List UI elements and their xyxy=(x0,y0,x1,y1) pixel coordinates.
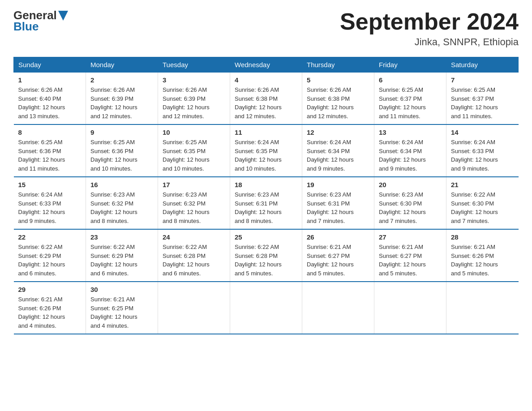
title-block: September 2024 Jinka, SNNPR, Ethiopia xyxy=(340,9,519,48)
day-number: 22 xyxy=(18,233,82,241)
day-info: Sunrise: 6:22 AMSunset: 6:29 PMDaylight:… xyxy=(18,243,82,278)
header-wednesday: Wednesday xyxy=(230,57,302,73)
table-row: 13 Sunrise: 6:24 AMSunset: 6:34 PMDaylig… xyxy=(374,124,446,177)
day-number: 26 xyxy=(307,233,369,241)
day-number: 25 xyxy=(235,233,297,241)
day-info: Sunrise: 6:24 AMSunset: 6:35 PMDaylight:… xyxy=(235,138,297,173)
calendar-subtitle: Jinka, SNNPR, Ethiopia xyxy=(340,36,519,48)
day-number: 24 xyxy=(163,233,225,241)
day-info: Sunrise: 6:26 AMSunset: 6:38 PMDaylight:… xyxy=(235,86,297,120)
day-number: 8 xyxy=(18,128,82,136)
table-row: 5 Sunrise: 6:26 AMSunset: 6:38 PMDayligh… xyxy=(302,73,374,125)
calendar-title: September 2024 xyxy=(340,9,519,34)
day-info: Sunrise: 6:22 AMSunset: 6:30 PMDaylight:… xyxy=(451,190,514,225)
day-number: 6 xyxy=(379,76,442,84)
day-info: Sunrise: 6:26 AMSunset: 6:39 PMDaylight:… xyxy=(90,86,153,120)
day-number: 13 xyxy=(379,128,442,136)
table-row: 14 Sunrise: 6:24 AMSunset: 6:33 PMDaylig… xyxy=(446,124,519,177)
header-tuesday: Tuesday xyxy=(158,57,230,73)
day-number: 30 xyxy=(90,286,153,293)
day-info: Sunrise: 6:23 AMSunset: 6:30 PMDaylight:… xyxy=(379,190,442,225)
header-saturday: Saturday xyxy=(446,57,519,73)
header-sunday: Sunday xyxy=(14,57,86,73)
day-info: Sunrise: 6:24 AMSunset: 6:34 PMDaylight:… xyxy=(307,138,369,173)
logo-triangle-icon xyxy=(58,11,68,21)
day-info: Sunrise: 6:23 AMSunset: 6:31 PMDaylight:… xyxy=(307,190,369,225)
day-info: Sunrise: 6:25 AMSunset: 6:37 PMDaylight:… xyxy=(451,86,514,120)
calendar-week-row: 22 Sunrise: 6:22 AMSunset: 6:29 PMDaylig… xyxy=(14,229,519,282)
day-number: 11 xyxy=(235,128,297,136)
day-info: Sunrise: 6:24 AMSunset: 6:34 PMDaylight:… xyxy=(379,138,442,173)
calendar-week-row: 1 Sunrise: 6:26 AMSunset: 6:40 PMDayligh… xyxy=(14,73,519,125)
day-info: Sunrise: 6:25 AMSunset: 6:36 PMDaylight:… xyxy=(18,138,82,173)
day-info: Sunrise: 6:22 AMSunset: 6:28 PMDaylight:… xyxy=(235,243,297,278)
table-row: 6 Sunrise: 6:25 AMSunset: 6:37 PMDayligh… xyxy=(374,73,446,125)
table-row xyxy=(230,282,302,334)
day-info: Sunrise: 6:25 AMSunset: 6:35 PMDaylight:… xyxy=(163,138,225,173)
header-thursday: Thursday xyxy=(302,57,374,73)
table-row: 16 Sunrise: 6:23 AMSunset: 6:32 PMDaylig… xyxy=(86,177,158,229)
table-row: 10 Sunrise: 6:25 AMSunset: 6:35 PMDaylig… xyxy=(158,124,230,177)
header-friday: Friday xyxy=(374,57,446,73)
day-info: Sunrise: 6:21 AMSunset: 6:27 PMDaylight:… xyxy=(379,243,442,278)
day-number: 21 xyxy=(451,181,514,188)
day-number: 14 xyxy=(451,128,514,136)
day-number: 1 xyxy=(18,76,82,84)
table-row: 20 Sunrise: 6:23 AMSunset: 6:30 PMDaylig… xyxy=(374,177,446,229)
table-row: 26 Sunrise: 6:21 AMSunset: 6:27 PMDaylig… xyxy=(302,229,374,282)
table-row: 28 Sunrise: 6:21 AMSunset: 6:26 PMDaylig… xyxy=(446,229,519,282)
calendar-header-row: Sunday Monday Tuesday Wednesday Thursday… xyxy=(14,57,519,73)
day-info: Sunrise: 6:26 AMSunset: 6:39 PMDaylight:… xyxy=(163,86,225,120)
day-info: Sunrise: 6:24 AMSunset: 6:33 PMDaylight:… xyxy=(451,138,514,173)
day-info: Sunrise: 6:22 AMSunset: 6:28 PMDaylight:… xyxy=(163,243,225,278)
day-number: 18 xyxy=(235,181,297,188)
day-number: 4 xyxy=(235,76,297,84)
table-row: 15 Sunrise: 6:24 AMSunset: 6:33 PMDaylig… xyxy=(14,177,86,229)
day-number: 19 xyxy=(307,181,369,188)
calendar-week-row: 8 Sunrise: 6:25 AMSunset: 6:36 PMDayligh… xyxy=(14,124,519,177)
svg-marker-0 xyxy=(58,11,68,21)
table-row: 8 Sunrise: 6:25 AMSunset: 6:36 PMDayligh… xyxy=(14,124,86,177)
day-info: Sunrise: 6:23 AMSunset: 6:31 PMDaylight:… xyxy=(235,190,297,225)
table-row: 25 Sunrise: 6:22 AMSunset: 6:28 PMDaylig… xyxy=(230,229,302,282)
day-info: Sunrise: 6:23 AMSunset: 6:32 PMDaylight:… xyxy=(163,190,225,225)
page-header: General Blue September 2024 Jinka, SNNPR… xyxy=(13,9,519,48)
table-row: 24 Sunrise: 6:22 AMSunset: 6:28 PMDaylig… xyxy=(158,229,230,282)
day-info: Sunrise: 6:21 AMSunset: 6:25 PMDaylight:… xyxy=(90,295,153,330)
table-row xyxy=(446,282,519,334)
table-row: 30 Sunrise: 6:21 AMSunset: 6:25 PMDaylig… xyxy=(86,282,158,334)
day-number: 7 xyxy=(451,76,514,84)
day-number: 20 xyxy=(379,181,442,188)
table-row: 12 Sunrise: 6:24 AMSunset: 6:34 PMDaylig… xyxy=(302,124,374,177)
table-row: 27 Sunrise: 6:21 AMSunset: 6:27 PMDaylig… xyxy=(374,229,446,282)
table-row xyxy=(302,282,374,334)
table-row: 23 Sunrise: 6:22 AMSunset: 6:29 PMDaylig… xyxy=(86,229,158,282)
table-row: 3 Sunrise: 6:26 AMSunset: 6:39 PMDayligh… xyxy=(158,73,230,125)
table-row: 29 Sunrise: 6:21 AMSunset: 6:26 PMDaylig… xyxy=(14,282,86,334)
day-number: 29 xyxy=(18,286,82,293)
table-row: 17 Sunrise: 6:23 AMSunset: 6:32 PMDaylig… xyxy=(158,177,230,229)
table-row: 4 Sunrise: 6:26 AMSunset: 6:38 PMDayligh… xyxy=(230,73,302,125)
table-row xyxy=(158,282,230,334)
day-info: Sunrise: 6:21 AMSunset: 6:26 PMDaylight:… xyxy=(451,243,514,278)
table-row: 18 Sunrise: 6:23 AMSunset: 6:31 PMDaylig… xyxy=(230,177,302,229)
table-row xyxy=(374,282,446,334)
day-info: Sunrise: 6:26 AMSunset: 6:40 PMDaylight:… xyxy=(18,86,82,120)
day-info: Sunrise: 6:25 AMSunset: 6:36 PMDaylight:… xyxy=(90,138,153,173)
day-number: 17 xyxy=(163,181,225,188)
table-row: 1 Sunrise: 6:26 AMSunset: 6:40 PMDayligh… xyxy=(14,73,86,125)
day-number: 12 xyxy=(307,128,369,136)
day-info: Sunrise: 6:23 AMSunset: 6:32 PMDaylight:… xyxy=(90,190,153,225)
day-number: 5 xyxy=(307,76,369,84)
day-number: 27 xyxy=(379,233,442,241)
calendar-table: Sunday Monday Tuesday Wednesday Thursday… xyxy=(13,57,519,334)
day-number: 9 xyxy=(90,128,153,136)
table-row: 2 Sunrise: 6:26 AMSunset: 6:39 PMDayligh… xyxy=(86,73,158,125)
day-number: 28 xyxy=(451,233,514,241)
day-number: 16 xyxy=(90,181,153,188)
table-row: 7 Sunrise: 6:25 AMSunset: 6:37 PMDayligh… xyxy=(446,73,519,125)
day-number: 3 xyxy=(163,76,225,84)
logo-blue: Blue xyxy=(13,20,68,33)
day-info: Sunrise: 6:21 AMSunset: 6:26 PMDaylight:… xyxy=(18,295,82,330)
calendar-week-row: 15 Sunrise: 6:24 AMSunset: 6:33 PMDaylig… xyxy=(14,177,519,229)
